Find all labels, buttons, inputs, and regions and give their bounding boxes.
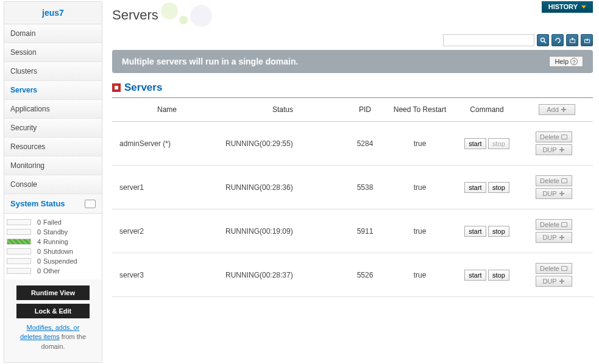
status-count: 4 [34,238,41,245]
sidebar: jeus7 DomainSessionClustersServersApplic… [4,1,102,363]
cell-pid: 5538 [344,166,386,209]
add-button[interactable]: Add [539,104,575,115]
table-row: server2RUNNING(00:19:09)5911truestart st… [112,209,593,253]
import-icon[interactable] [581,34,593,46]
system-status-title: System Status [10,199,65,208]
servers-table: Name Status PID Need To Restart Command … [112,98,593,297]
status-label: Other [43,267,60,275]
status-row-suspended: 0Suspended [7,256,99,266]
dup-button[interactable]: DUP [536,232,572,243]
col-pid: PID [344,98,386,122]
status-count: 0 [34,219,41,226]
cell-restart: true [386,209,453,253]
status-row-other: 0Other [7,266,99,276]
dup-button[interactable]: DUP [536,144,572,155]
stop-button[interactable]: stop [488,270,509,281]
cell-restart: true [386,166,453,209]
status-label: Shutdown [43,248,73,255]
export-xml-icon[interactable] [566,34,578,46]
status-row-failed: 0Failed [7,217,99,227]
plus-icon [561,107,567,113]
sidebar-item-session[interactable]: Session [4,43,102,62]
stop-button[interactable]: stop [488,182,509,193]
col-status: Status [222,98,344,122]
status-row-standby: 0Standby [7,227,99,237]
svg-line-1 [544,41,546,43]
sidebar-help-text: Modifies, adds, or deletes items from th… [10,322,96,352]
system-status-header: System Status [4,194,102,214]
dup-button[interactable]: DUP [536,188,572,199]
trash-icon [561,266,567,271]
start-button[interactable]: start [464,226,486,237]
sidebar-item-applications[interactable]: Applications [4,100,102,119]
status-count: 0 [34,248,41,255]
status-label: Suspended [43,257,77,265]
search-input[interactable] [443,34,534,46]
cell-name[interactable]: server2 [112,209,222,253]
cell-pid: 5526 [344,253,386,297]
help-icon: ? [570,58,578,65]
main-content: HISTORY Servers [104,0,599,364]
delete-button[interactable]: Delete [536,219,572,230]
start-button[interactable]: start [464,270,486,281]
cell-name[interactable]: adminServer (*) [112,122,222,166]
search-icon[interactable] [537,34,549,46]
sidebar-item-console[interactable]: Console [4,175,102,194]
sidebar-item-resources[interactable]: Resources [4,138,102,156]
status-row-running: 4Running [7,237,99,247]
delete-button[interactable]: Delete [536,175,572,186]
refresh-icon[interactable] [551,34,564,46]
cell-restart: true [386,253,453,297]
delete-button[interactable]: Delete [536,131,572,142]
cell-name[interactable]: server1 [112,166,222,209]
cell-name[interactable]: server3 [112,253,222,297]
cell-command: start stop [453,166,520,209]
monitor-icon[interactable] [85,200,96,208]
cell-status: RUNNING(00:29:55) [222,122,344,166]
status-bar-icon [7,268,31,274]
start-button[interactable]: start [464,182,486,193]
status-bar-icon [7,219,31,225]
status-row-shutdown: 0Shutdown [7,247,99,256]
stop-button[interactable]: stop [488,138,509,149]
status-bar-icon [7,248,31,254]
history-button[interactable]: HISTORY [542,1,593,13]
sidebar-item-clusters[interactable]: Clusters [4,62,102,81]
status-bar-icon [7,239,31,245]
start-button[interactable]: start [464,138,486,149]
stop-button[interactable]: stop [488,226,509,237]
lock-edit-button[interactable]: Lock & Edit [16,304,90,318]
decorative-circles [161,2,222,27]
sidebar-header[interactable]: jeus7 [4,2,102,24]
col-name: Name [112,98,222,122]
cell-command: start stop [453,209,520,253]
cell-status: RUNNING(00:19:09) [222,209,344,253]
sidebar-item-domain[interactable]: Domain [4,24,102,43]
help-button[interactable]: Help ? [549,56,583,67]
status-label: Standby [43,228,68,236]
trash-icon [561,135,567,139]
section-title: Servers [112,73,593,98]
status-list: 0Failed0Standby4Running0Shutdown0Suspend… [4,214,102,279]
table-row: server1RUNNING(00:28:36)5538truestart st… [112,166,593,209]
trash-icon [561,178,567,183]
cell-command: start stop [453,122,520,166]
page-title: Servers [112,2,158,34]
dup-button[interactable]: DUP [536,276,572,287]
trash-icon [561,222,567,227]
status-label: Running [43,238,68,245]
status-count: 0 [34,257,41,265]
cell-command: start stop [453,253,520,297]
info-banner: Multiple servers will run in a single do… [112,50,593,73]
sidebar-item-servers[interactable]: Servers [4,81,102,100]
sidebar-item-monitoring[interactable]: Monitoring [4,156,102,175]
sidebar-item-security[interactable]: Security [4,119,102,138]
col-restart: Need To Restart [386,98,453,122]
chevron-down-icon [581,5,586,9]
runtime-view-button[interactable]: Runtime View [16,285,90,300]
table-row: server3RUNNING(00:28:37)5526truestart st… [112,253,593,297]
section-icon [112,83,121,92]
status-label: Failed [43,219,62,226]
delete-button[interactable]: Delete [536,263,572,274]
plus-icon [559,147,565,153]
